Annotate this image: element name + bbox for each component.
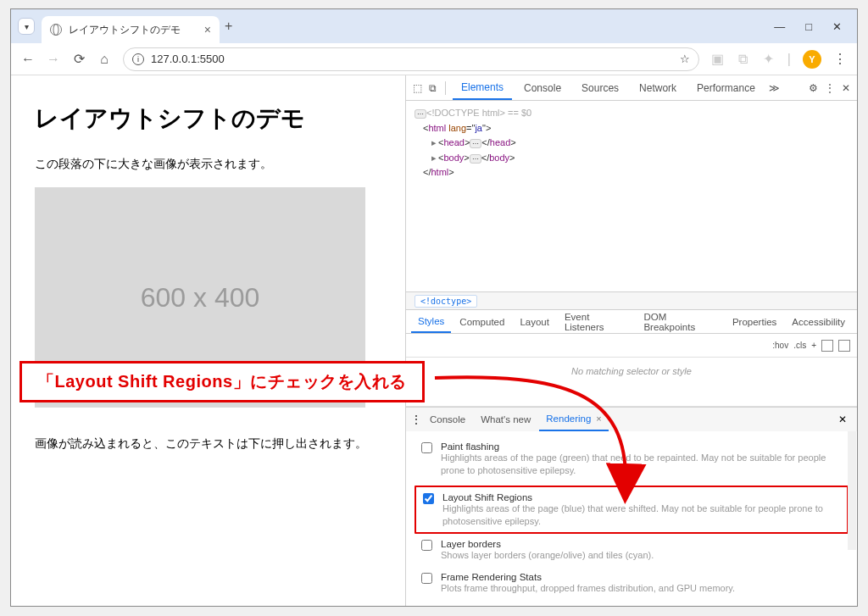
devtools-menu-icon[interactable]: ⋮ [823, 82, 837, 94]
nav-home-icon[interactable]: ⌂ [97, 53, 111, 66]
cls-toggle[interactable]: .cls [793, 341, 806, 350]
breadcrumb[interactable]: <!doctype> [406, 291, 857, 310]
hov-toggle[interactable]: :hov [772, 341, 788, 350]
annotation-callout: 「Layout Shift Regions」にチェックを入れる [19, 361, 425, 402]
styles-tab-event-listeners[interactable]: Event Listeners [558, 310, 636, 333]
browser-menu-icon[interactable]: ⋮ [833, 51, 847, 67]
option-layout-shift-regions[interactable]: Layout Shift Regions Highlights areas of… [415, 486, 849, 535]
site-info-icon[interactable]: i [132, 53, 144, 65]
devtools-top-tabs: ⬚ ⧉ Elements Console Sources Network Per… [406, 75, 857, 101]
bookmark-star-icon[interactable]: ☆ [680, 53, 690, 65]
no-selector-message: No matching selector or style [406, 358, 857, 407]
layer-borders-checkbox[interactable] [421, 540, 432, 551]
styles-tab-styles[interactable]: Styles [411, 310, 451, 333]
page-paragraph-2: 画像が読み込まれると、このテキストは下に押し出されます。 [35, 436, 381, 452]
drawer-close-icon[interactable]: ✕ [838, 413, 852, 425]
layout-shift-regions-checkbox[interactable] [423, 493, 434, 504]
settings-gear-icon[interactable]: ⚙ [807, 82, 820, 94]
extension-icon-2[interactable]: ⧉ [737, 53, 750, 66]
new-style-rule-icon[interactable]: + [811, 341, 816, 350]
styles-tab-dom-breakpoints[interactable]: DOM Breakpoints [637, 310, 723, 333]
new-tab-button[interactable]: + [225, 19, 232, 34]
window-maximize[interactable]: □ [805, 20, 812, 33]
styles-filter-row: :hov .cls + [406, 334, 857, 358]
inspect-icon[interactable]: ⬚ [411, 82, 424, 94]
devtools-panel: ⬚ ⧉ Elements Console Sources Network Per… [405, 75, 857, 606]
extensions-puzzle-icon[interactable]: ✦ [762, 53, 776, 66]
option-paint-flashing[interactable]: Paint flashing Highlights areas of the p… [421, 438, 842, 484]
styles-tab-properties[interactable]: Properties [726, 310, 783, 333]
paint-flashing-checkbox[interactable] [421, 442, 432, 453]
rendering-options: Paint flashing Highlights areas of the p… [406, 431, 857, 605]
tab-title: レイアウトシフトのデモ [69, 23, 181, 37]
option-frame-rendering-stats[interactable]: Frame Rendering Stats Plots frame throug… [421, 569, 842, 602]
frame-rendering-stats-checkbox[interactable] [421, 573, 432, 584]
window-minimize[interactable]: — [774, 20, 785, 33]
drawer-tab-rendering[interactable]: Rendering× [539, 408, 609, 431]
styles-tab-accessibility[interactable]: Accessibility [785, 310, 852, 333]
page-heading: レイアウトシフトのデモ [35, 103, 381, 135]
page-paragraph-1: この段落の下に大きな画像が表示されます。 [35, 157, 381, 172]
tab-search-dropdown[interactable]: ▾ [18, 18, 35, 35]
styles-tabs: Styles Computed Layout Event Listeners D… [406, 310, 857, 334]
devtools-drawer: ⋮ Console What's new Rendering× ✕ Paint … [406, 407, 857, 605]
globe-icon [50, 24, 62, 36]
drawer-tab-console[interactable]: Console [423, 408, 472, 431]
nav-forward-icon[interactable]: → [47, 53, 60, 66]
drawer-menu-icon[interactable]: ⋮ [411, 413, 421, 425]
styles-tab-layout[interactable]: Layout [513, 310, 556, 333]
tab-sources[interactable]: Sources [573, 75, 627, 100]
tab-console[interactable]: Console [515, 75, 570, 100]
url-text: 127.0.0.1:5500 [151, 53, 225, 65]
device-toggle-icon[interactable]: ⧉ [427, 82, 438, 94]
profile-avatar[interactable]: Y [803, 50, 821, 69]
window-close[interactable]: ✕ [832, 20, 842, 33]
devtools-close-icon[interactable]: ✕ [840, 82, 852, 94]
extension-icon-1[interactable]: ▣ [711, 53, 725, 66]
page-viewport: レイアウトシフトのデモ この段落の下に大きな画像が表示されます。 600 x 4… [11, 75, 405, 606]
close-rendering-tab-icon[interactable]: × [596, 413, 601, 424]
address-bar: ← → ⟳ ⌂ i 127.0.0.1:5500 ☆ ▣ ⧉ ✦ | Y ⋮ [11, 43, 857, 75]
tab-elements[interactable]: Elements [453, 75, 512, 100]
dom-tree[interactable]: ⋯<!DOCTYPE html> == $0 <html lang="ja"> … [406, 101, 857, 291]
tab-bar: ▾ レイアウトシフトのデモ × + — □ ✕ [11, 9, 857, 43]
drawer-tab-whatsnew[interactable]: What's new [474, 408, 537, 431]
tab-performance[interactable]: Performance [688, 75, 764, 100]
browser-tab[interactable]: レイアウトシフトのデモ × [42, 16, 220, 43]
option-layer-borders[interactable]: Layer borders Shows layer borders (orang… [421, 536, 842, 569]
styles-tab-computed[interactable]: Computed [453, 310, 511, 333]
close-tab-icon[interactable]: × [204, 23, 211, 36]
style-toggle-icon-2[interactable] [838, 340, 850, 352]
nav-back-icon[interactable]: ← [21, 53, 35, 66]
url-box[interactable]: i 127.0.0.1:5500 ☆ [123, 47, 699, 71]
style-toggle-icon-1[interactable] [821, 340, 833, 352]
more-tabs-icon[interactable]: ≫ [767, 82, 782, 94]
nav-reload-icon[interactable]: ⟳ [72, 53, 86, 66]
tab-network[interactable]: Network [631, 75, 685, 100]
